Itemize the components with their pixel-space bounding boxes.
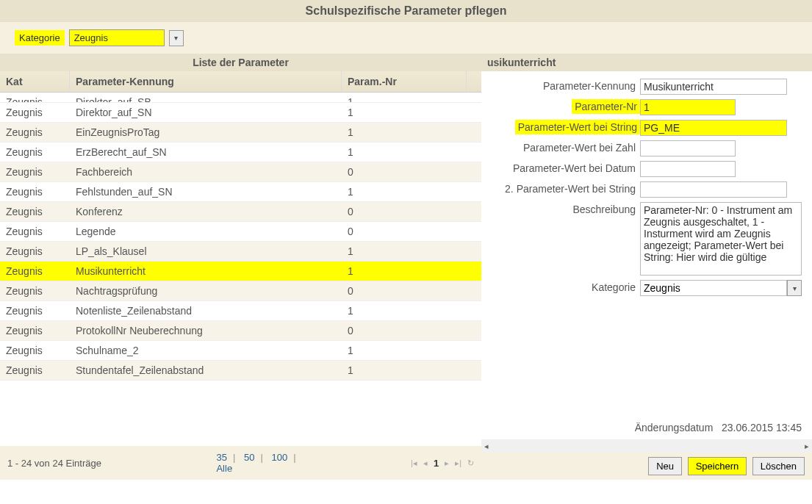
cell-nr: 1	[342, 93, 456, 102]
table-row[interactable]: ZeugnisNachtragsprüfung0	[0, 281, 481, 301]
label-wert-zahl: Parameter-Wert bei Zahl	[486, 140, 640, 154]
filter-dropdown-icon[interactable]: ▾	[169, 30, 184, 46]
cell-kat: Zeugnis	[0, 341, 70, 360]
cell-kennung: ErzBerecht_auf_SN	[70, 143, 342, 162]
input-wert-string2[interactable]	[640, 181, 787, 198]
scroll-right-icon[interactable]: ▸	[805, 442, 809, 451]
cell-kennung: EinZeugnisProTag	[70, 123, 342, 142]
cell-kat: Zeugnis	[0, 143, 70, 162]
cell-nr: 1	[342, 242, 456, 261]
pager-info: 1 - 24 von 24 Einträge	[7, 458, 101, 469]
table-row[interactable]: ZeugnisMusikunterricht1	[0, 262, 481, 281]
cell-kennung: ProtokollNr Neuberechnung	[70, 321, 342, 340]
table-row[interactable]: ZeugnisStundentafel_Zeilenabstand1	[0, 361, 481, 381]
input-kennung[interactable]	[640, 79, 787, 95]
page-first-icon[interactable]: |◂	[411, 458, 417, 468]
cell-nr: 1	[342, 301, 456, 320]
cell-kennung: Konferenz	[70, 202, 342, 221]
filter-bar: Kategorie Zeugnis ▾	[0, 22, 812, 54]
table-row[interactable]: ZeugnisDirektor_auf_SN1	[0, 103, 481, 123]
cell-nr: 0	[342, 162, 456, 181]
cell-kennung: Schulname_2	[70, 341, 342, 360]
speichern-button[interactable]: Speichern	[688, 457, 747, 475]
table-row[interactable]: ZeugnisLegende0	[0, 222, 481, 242]
filter-select-value[interactable]: Zeugnis	[69, 29, 165, 46]
cell-kennung: Legende	[70, 222, 342, 241]
table-row[interactable]: ZeugnisNotenliste_Zeilenabstand1	[0, 301, 481, 321]
page-size-all[interactable]: Alle	[213, 463, 235, 474]
filter-label: Kategorie	[15, 30, 65, 46]
col-nr[interactable]: Param.-Nr	[342, 71, 467, 92]
cell-nr: 1	[342, 182, 456, 201]
cell-kat: Zeugnis	[0, 222, 70, 241]
timestamp-row: Änderungsdatum 23.06.2015 13:45	[481, 416, 812, 439]
page-title: Schulspezifische Parameter pflegen	[0, 0, 812, 22]
cell-kat: Zeugnis	[0, 103, 70, 122]
kategorie-dropdown-icon[interactable]: ▾	[787, 280, 802, 296]
table-row[interactable]: ZeugnisDirektor_auf_SB1	[0, 93, 481, 103]
pager: 1 - 24 von 24 Einträge 35| 50| 100| Alle…	[0, 446, 481, 480]
col-kennung[interactable]: Parameter-Kennung	[70, 71, 342, 92]
cell-kat: Zeugnis	[0, 301, 70, 320]
cell-kennung: Direktor_auf_SN	[70, 103, 342, 122]
page-refresh-icon[interactable]: ↻	[467, 458, 474, 468]
page-size-50[interactable]: 50	[241, 452, 257, 463]
table-row[interactable]: ZeugnisFachbereich0	[0, 162, 481, 182]
page-prev-icon[interactable]: ◂	[423, 458, 428, 468]
label-nr: Parameter-Nr	[572, 99, 640, 114]
scroll-left-icon[interactable]: ◂	[484, 442, 489, 451]
page-nav: |◂ ◂ 1 ▸ ▸| ↻	[411, 458, 474, 469]
cell-kat: Zeugnis	[0, 202, 70, 221]
cell-kat: Zeugnis	[0, 242, 70, 261]
cell-kat: Zeugnis	[0, 321, 70, 340]
table-body[interactable]: ZeugnisDirektor_auf_SB1ZeugnisDirektor_a…	[0, 93, 481, 446]
cell-kennung: Direktor_auf_SB	[70, 93, 342, 102]
cell-kennung: Musikunterricht	[70, 262, 342, 281]
cell-kennung: Fachbereich	[70, 162, 342, 181]
detail-title: usikunterricht	[481, 54, 812, 71]
cell-kat: Zeugnis	[0, 361, 70, 380]
cell-nr: 1	[342, 361, 456, 380]
label-beschreibung: Beschreibung	[486, 202, 640, 215]
button-bar: Neu Speichern Löschen	[481, 453, 812, 480]
input-kategorie[interactable]	[640, 280, 787, 296]
horizontal-scrollbar[interactable]: ◂ ▸	[481, 439, 812, 453]
table-row[interactable]: ZeugnisFehlstunden_auf_SN1	[0, 182, 481, 202]
cell-nr: 1	[342, 143, 456, 162]
page-last-icon[interactable]: ▸|	[455, 458, 461, 468]
page-next-icon[interactable]: ▸	[445, 458, 449, 468]
table-row[interactable]: ZeugnisErzBerecht_auf_SN1	[0, 143, 481, 162]
list-title: Liste der Parameter	[0, 54, 481, 71]
cell-nr: 1	[342, 341, 456, 360]
input-beschreibung[interactable]: Parameter-Nr: 0 - Instrument am Zeugnis …	[640, 202, 802, 276]
cell-nr: 1	[342, 103, 456, 122]
cell-nr: 1	[342, 262, 456, 281]
page-current: 1	[434, 458, 439, 469]
page-size-100[interactable]: 100	[268, 452, 290, 463]
cell-kennung: Nachtragsprüfung	[70, 281, 342, 300]
cell-kennung: Notenliste_Zeilenabstand	[70, 301, 342, 320]
cell-kat: Zeugnis	[0, 123, 70, 142]
table-row[interactable]: ZeugnisEinZeugnisProTag1	[0, 123, 481, 143]
table-row[interactable]: ZeugnisSchulname_21	[0, 341, 481, 361]
input-nr[interactable]	[640, 99, 736, 115]
col-kat[interactable]: Kat	[0, 71, 70, 92]
cell-kat: Zeugnis	[0, 262, 70, 281]
label-wert-string2: 2. Parameter-Wert bei String	[486, 181, 640, 195]
page-size-35[interactable]: 35	[213, 452, 229, 463]
value-aenderung: 23.06.2015 13:45	[722, 422, 802, 433]
table-row[interactable]: ZeugnisLP_als_Klausel1	[0, 242, 481, 262]
neu-button[interactable]: Neu	[648, 457, 682, 475]
input-wert-zahl[interactable]	[640, 140, 736, 156]
cell-kat: Zeugnis	[0, 281, 70, 300]
table-row[interactable]: ZeugnisProtokollNr Neuberechnung0	[0, 321, 481, 341]
table-row[interactable]: ZeugnisKonferenz0	[0, 202, 481, 222]
cell-kat: Zeugnis	[0, 93, 70, 102]
loeschen-button[interactable]: Löschen	[752, 457, 805, 475]
input-wert-string[interactable]	[640, 120, 787, 136]
cell-nr: 0	[342, 222, 456, 241]
input-wert-datum[interactable]	[640, 161, 736, 177]
cell-kennung: Fehlstunden_auf_SN	[70, 182, 342, 201]
label-wert-datum: Parameter-Wert bei Datum	[486, 161, 640, 174]
cell-nr: 0	[342, 202, 456, 221]
